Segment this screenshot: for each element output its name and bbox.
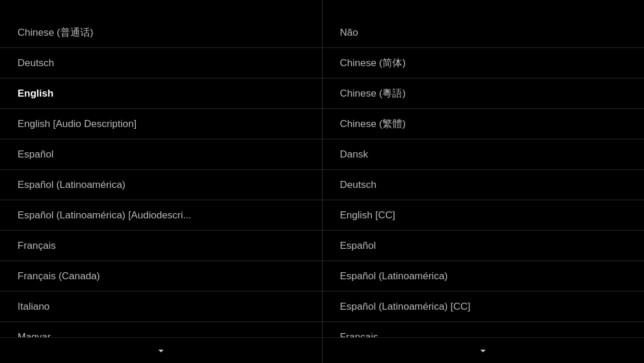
audio-list: Chinese (普通话)DeutschEnglishEnglish [Audi…: [0, 18, 322, 337]
audio-item-label: Magyar: [18, 331, 304, 338]
audio-item-label: Français: [18, 240, 304, 252]
audio-list-item[interactable]: Français: [0, 231, 322, 261]
audio-item-label: English: [18, 88, 304, 100]
subtitles-item-label: Chinese (繁體): [340, 117, 627, 131]
subtitles-item-label: Chinese (简体): [340, 56, 627, 70]
audio-item-label: Español (Latinoamérica): [18, 179, 304, 191]
subtitles-header: [323, 0, 645, 18]
audio-list-item[interactable]: Español (Latinoamérica): [0, 170, 322, 200]
audio-list-item[interactable]: Magyar: [0, 322, 322, 337]
subtitles-list-item[interactable]: English [CC]: [323, 200, 645, 231]
subtitles-item-label: Deutsch: [340, 179, 627, 191]
subtitles-item-label: Español: [340, 240, 627, 252]
subtitles-list-item[interactable]: Deutsch: [323, 170, 645, 200]
subtitles-list-item[interactable]: Español (Latinoamérica) [CC]: [323, 292, 645, 322]
subtitles-list-item[interactable]: Dansk: [323, 139, 645, 170]
audio-list-item[interactable]: Deutsch: [0, 48, 322, 78]
audio-list-item[interactable]: English [Audio Description]: [0, 109, 322, 139]
subtitles-item-label: Español (Latinoamérica): [340, 270, 627, 282]
subtitles-column: NãoChinese (简体)Chinese (粵語)Chinese (繁體)D…: [323, 0, 645, 337]
subtitles-list-item[interactable]: Français: [323, 322, 645, 337]
audio-list-item[interactable]: Español (Latinoamérica) [Audiodescri...: [0, 200, 322, 231]
subtitles-item-label: Não: [340, 27, 627, 39]
audio-item-label: Chinese (普通话): [18, 26, 304, 39]
subtitles-item-label: English [CC]: [340, 210, 627, 221]
audio-item-label: Italiano: [18, 301, 304, 313]
subtitles-list-item[interactable]: Español: [323, 231, 645, 261]
audio-scroll-down[interactable]: [0, 338, 322, 363]
audio-column: Chinese (普通话)DeutschEnglishEnglish [Audi…: [0, 0, 322, 337]
audio-header: [0, 0, 322, 18]
audio-list-item[interactable]: English: [0, 78, 322, 109]
chevron-row: [0, 337, 644, 363]
audio-item-label: English [Audio Description]: [18, 118, 304, 130]
audio-list-item[interactable]: Français (Canada): [0, 261, 322, 292]
audio-list-item[interactable]: Chinese (普通话): [0, 18, 322, 48]
chevron-down-icon: [155, 344, 167, 357]
subtitles-list-item[interactable]: Español (Latinoamérica): [323, 261, 645, 292]
subtitles-item-label: Chinese (粵語): [340, 87, 627, 100]
subtitles-item-label: Dansk: [340, 149, 627, 160]
subtitles-list-item[interactable]: Não: [323, 18, 645, 48]
subtitles-item-label: Français: [340, 331, 627, 338]
subtitles-item-label: Español (Latinoamérica) [CC]: [340, 301, 627, 313]
subtitles-list-item[interactable]: Chinese (简体): [323, 48, 645, 78]
audio-list-item[interactable]: Español: [0, 139, 322, 170]
audio-item-label: Deutsch: [18, 57, 304, 69]
audio-item-label: Español (Latinoamérica) [Audiodescri...: [18, 210, 304, 221]
subtitles-list: NãoChinese (简体)Chinese (粵語)Chinese (繁體)D…: [323, 18, 645, 337]
subtitles-list-item[interactable]: Chinese (粵語): [323, 78, 645, 109]
language-selector: Chinese (普通话)DeutschEnglishEnglish [Audi…: [0, 0, 644, 337]
audio-list-item[interactable]: Italiano: [0, 292, 322, 322]
subtitles-list-item[interactable]: Chinese (繁體): [323, 109, 645, 139]
chevron-down-icon: [477, 344, 489, 357]
subtitles-scroll-down[interactable]: [323, 338, 645, 363]
audio-item-label: Español: [18, 149, 304, 160]
audio-item-label: Français (Canada): [18, 270, 304, 282]
